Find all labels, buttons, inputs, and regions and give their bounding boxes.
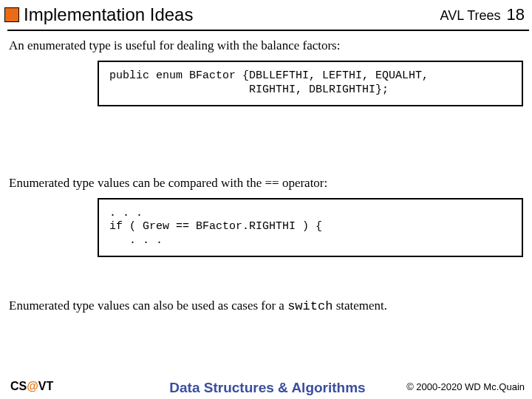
switch-keyword: switch: [287, 299, 332, 313]
code-block-1: public enum BFactor {DBLLEFTHI, LEFTHI, …: [98, 61, 523, 106]
paragraph-3: Enumerated type values can also be used …: [9, 299, 523, 313]
bullet-square-icon: [4, 7, 19, 22]
paragraph-3-text-a: Enumerated type values can also be used …: [9, 299, 287, 313]
header-topic: AVL Trees: [440, 8, 500, 24]
content-area: An enumerated type is useful for dealing…: [9, 34, 523, 321]
header-bar: Implementation Ideas AVL Trees 18: [4, 4, 525, 25]
paragraph-2: Enumerated type values can be compared w…: [9, 176, 523, 191]
paragraph-1: An enumerated type is useful for dealing…: [9, 38, 523, 53]
paragraph-3-text-b: statement.: [332, 299, 387, 313]
slide-title: Implementation Ideas: [24, 4, 193, 25]
footer-bar: Data Structures & Algorithms CS@VT © 200…: [10, 380, 525, 393]
spacer: [9, 127, 523, 171]
spacer: [9, 272, 523, 294]
page-number: 18: [507, 5, 525, 24]
slide: Implementation Ideas AVL Trees 18 An enu…: [0, 0, 532, 399]
header-rule: [7, 30, 529, 31]
footer-cs: CS: [10, 380, 27, 392]
code-block-2: . . . if ( Grew == BFactor.RIGHTHI ) { .…: [98, 198, 523, 257]
footer-left: CS@VT: [10, 380, 53, 393]
at-icon: @: [27, 380, 38, 392]
footer-vt: VT: [38, 380, 53, 392]
header-right: AVL Trees 18: [440, 5, 525, 24]
copyright: © 2000-2020 WD Mc.Quain: [406, 381, 525, 392]
